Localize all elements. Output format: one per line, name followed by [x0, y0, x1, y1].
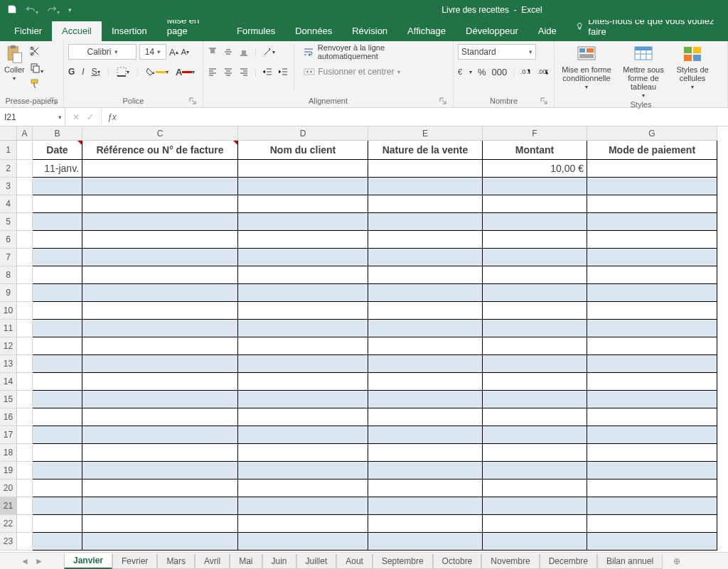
cell[interactable]: [368, 160, 483, 178]
align-left-icon[interactable]: [208, 67, 218, 77]
row-header[interactable]: 20: [0, 479, 17, 497]
row-header[interactable]: 21: [0, 497, 17, 515]
underline-button[interactable]: S ▾: [92, 67, 100, 77]
cell[interactable]: [17, 284, 33, 302]
comma-format-icon[interactable]: 000: [492, 67, 508, 77]
cell[interactable]: [17, 302, 33, 320]
cell[interactable]: [33, 195, 82, 213]
cell[interactable]: [368, 178, 483, 195]
font-color-icon[interactable]: A▾: [176, 67, 195, 77]
cell[interactable]: [587, 337, 717, 355]
cell[interactable]: [82, 426, 238, 444]
cell[interactable]: [483, 320, 587, 337]
cell[interactable]: [82, 515, 238, 533]
sheet-tab-avril[interactable]: Avril: [195, 554, 230, 569]
cell[interactable]: Nature de la vente: [368, 141, 483, 160]
cell[interactable]: [483, 355, 587, 373]
align-center-icon[interactable]: [223, 67, 233, 77]
cell[interactable]: [587, 373, 717, 391]
cell[interactable]: [82, 195, 238, 213]
cell[interactable]: [483, 426, 587, 444]
cell[interactable]: [587, 231, 717, 249]
cell[interactable]: [82, 462, 238, 479]
fill-color-icon[interactable]: ▾: [146, 67, 168, 76]
cell[interactable]: [33, 515, 82, 533]
cell[interactable]: [587, 408, 717, 426]
row-header[interactable]: 11: [0, 320, 17, 337]
column-header-B[interactable]: B: [33, 126, 82, 141]
cell[interactable]: [17, 337, 33, 355]
cell[interactable]: [33, 249, 82, 266]
cell[interactable]: [33, 355, 82, 373]
ribbon-tab-insertion[interactable]: Insertion: [102, 21, 157, 41]
sheet-tab-septembre[interactable]: Septembre: [373, 554, 433, 569]
decrease-decimal-icon[interactable]: .00: [537, 67, 549, 76]
cell[interactable]: [587, 426, 717, 444]
name-box[interactable]: I21▾: [0, 108, 65, 126]
increase-indent-icon[interactable]: [278, 67, 288, 77]
redo-icon[interactable]: ▾: [47, 4, 60, 16]
cell[interactable]: 11-janv.: [33, 160, 82, 178]
ribbon-tab-accueil[interactable]: Accueil: [52, 21, 102, 41]
column-headers[interactable]: ABCDEFG: [17, 126, 717, 141]
cell[interactable]: [17, 497, 33, 515]
cell[interactable]: [17, 320, 33, 337]
cell[interactable]: [483, 533, 587, 551]
select-all-corner[interactable]: [0, 126, 17, 141]
cell[interactable]: [238, 355, 368, 373]
cell[interactable]: [483, 515, 587, 533]
italic-button[interactable]: I: [82, 67, 84, 77]
cell[interactable]: [82, 178, 238, 195]
row-header[interactable]: 6: [0, 231, 17, 249]
cell[interactable]: [238, 391, 368, 408]
cell[interactable]: [483, 302, 587, 320]
cell[interactable]: [17, 533, 33, 551]
cell[interactable]: [483, 408, 587, 426]
cell[interactable]: [483, 195, 587, 213]
cell[interactable]: [238, 266, 368, 284]
cell[interactable]: [17, 249, 33, 266]
cell[interactable]: [17, 141, 33, 160]
cell[interactable]: [238, 408, 368, 426]
increase-decimal-icon[interactable]: .0: [520, 67, 532, 76]
cell[interactable]: [238, 497, 368, 515]
cell-styles-button[interactable]: Styles de cellules▾: [673, 44, 712, 90]
cell[interactable]: [587, 515, 717, 533]
font-name-combo[interactable]: Calibri▾: [68, 44, 136, 60]
row-header[interactable]: 7: [0, 249, 17, 266]
cell[interactable]: [368, 337, 483, 355]
cell[interactable]: [17, 213, 33, 231]
cell[interactable]: [82, 284, 238, 302]
cell[interactable]: [238, 533, 368, 551]
cell[interactable]: [238, 515, 368, 533]
row-header[interactable]: 18: [0, 444, 17, 462]
cell[interactable]: [238, 462, 368, 479]
cell[interactable]: [33, 408, 82, 426]
cell[interactable]: [587, 195, 717, 213]
dialog-launcher-icon[interactable]: [439, 97, 447, 105]
cancel-formula-icon[interactable]: ✕: [73, 112, 80, 122]
cell[interactable]: [368, 391, 483, 408]
row-header[interactable]: 23: [0, 533, 17, 551]
row-header[interactable]: 10: [0, 302, 17, 320]
sheet-tab-juillet[interactable]: Juillet: [296, 554, 337, 569]
cell[interactable]: [587, 391, 717, 408]
cell[interactable]: Référence ou N° de facture: [82, 141, 238, 160]
cell[interactable]: [238, 337, 368, 355]
cell[interactable]: [82, 213, 238, 231]
cell[interactable]: Nom du client: [238, 141, 368, 160]
cell[interactable]: [33, 178, 82, 195]
cell[interactable]: [483, 337, 587, 355]
cell[interactable]: [587, 266, 717, 284]
increase-font-icon[interactable]: A▴: [169, 47, 178, 58]
cell[interactable]: [17, 373, 33, 391]
cell[interactable]: [483, 249, 587, 266]
cell[interactable]: [483, 178, 587, 195]
accounting-format-icon[interactable]: €▾: [458, 67, 472, 77]
ribbon-tab-révision[interactable]: Révision: [342, 21, 397, 41]
paste-button[interactable]: Coller ▾: [4, 44, 25, 82]
cell[interactable]: [238, 479, 368, 497]
cell[interactable]: [368, 213, 483, 231]
cell[interactable]: 10,00 €: [483, 160, 587, 178]
cell[interactable]: [587, 479, 717, 497]
